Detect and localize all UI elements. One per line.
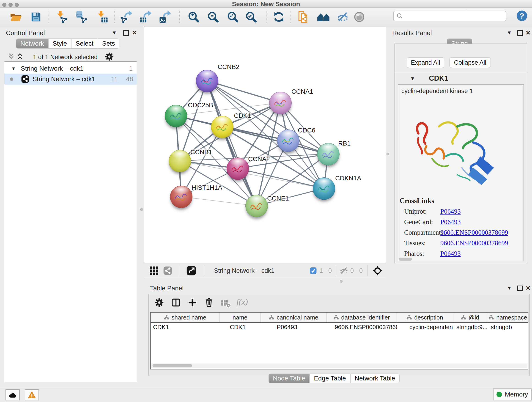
crosslink-value-link[interactable]: P06493: [440, 250, 461, 257]
network-options-gear-icon[interactable]: [105, 52, 114, 62]
warnings-button[interactable]: [25, 389, 39, 400]
import-network-file-button[interactable]: [55, 10, 68, 24]
zoom-out-button[interactable]: [206, 10, 220, 24]
graph-node-CCNB2[interactable]: [196, 70, 218, 92]
control-panel-close-icon[interactable]: ✕: [132, 29, 137, 36]
cdk1-collapse-icon[interactable]: ▼: [410, 76, 415, 82]
delete-column-trash-icon[interactable]: [204, 298, 214, 308]
birdseye-grid-icon[interactable]: [149, 266, 158, 275]
graph-node-CCNA1[interactable]: [269, 92, 292, 114]
table-panel-float-icon[interactable]: ▼: [507, 285, 512, 291]
graph-node-CCNA2[interactable]: [227, 157, 249, 180]
save-session-button[interactable]: [29, 10, 43, 24]
export-image-button[interactable]: [158, 10, 172, 24]
left-splitter-grip[interactable]: [140, 208, 143, 211]
table-cell[interactable]: stringdb: [487, 323, 529, 332]
table-cell[interactable]: CDK1: [151, 323, 220, 332]
add-column-icon[interactable]: [188, 298, 197, 308]
refresh-view-button[interactable]: [272, 10, 285, 24]
column-header--id[interactable]: @id: [453, 313, 487, 322]
export-network-button[interactable]: [120, 10, 133, 24]
crosslink-value-link[interactable]: 9606.ENSP00000378699: [440, 239, 508, 247]
column-header-shared-name[interactable]: shared name: [151, 313, 220, 322]
column-header-namespace[interactable]: namespace: [487, 313, 529, 322]
tab-network[interactable]: Network: [16, 38, 48, 49]
horizontal-splitter-grip[interactable]: [340, 280, 342, 283]
tab-node-table[interactable]: Node Table: [268, 374, 310, 383]
status-bar: Memory: [0, 387, 532, 402]
collapse-all-button[interactable]: Collapse All: [450, 57, 491, 68]
graph-node-CDC6[interactable]: [277, 129, 299, 152]
crosslink-value-link[interactable]: P06493: [440, 208, 461, 215]
graph-node-RB1[interactable]: [317, 143, 340, 166]
column-header-name[interactable]: name: [220, 313, 261, 322]
table-hscroll-thumb[interactable]: [152, 364, 192, 367]
table-cell[interactable]: stringdb:9...: [453, 323, 487, 332]
search-input[interactable]: [403, 12, 500, 20]
fit-selected-crosshair-icon[interactable]: [373, 266, 383, 276]
string-app-icon: [21, 75, 29, 83]
results-panel-maximize-icon[interactable]: [517, 30, 523, 36]
column-header-description[interactable]: description: [397, 313, 453, 322]
graph-node-CCNE1[interactable]: [245, 195, 268, 217]
tab-select[interactable]: Select: [71, 38, 98, 49]
table-cell[interactable]: CDK1: [220, 323, 261, 332]
tab-network-table[interactable]: Network Table: [350, 374, 399, 383]
expand-all-networks-icon[interactable]: [17, 53, 23, 61]
tab-sets[interactable]: Sets: [98, 38, 119, 49]
collection-row[interactable]: ▼ String Network – cdk1 1: [4, 64, 137, 74]
search-box[interactable]: [393, 11, 506, 21]
string-homes-button[interactable]: [317, 10, 330, 24]
zoom-fit-button[interactable]: [226, 10, 239, 24]
results-panel-float-icon[interactable]: ▼: [507, 30, 512, 36]
zoom-in-button[interactable]: [187, 10, 200, 24]
table-panel-close-icon[interactable]: ✕: [526, 285, 531, 292]
control-panel-float-icon[interactable]: ▼: [112, 30, 117, 36]
graph-node-CDKN1A[interactable]: [313, 177, 335, 200]
table-options-gear-icon[interactable]: [155, 298, 164, 308]
open-session-button[interactable]: [9, 10, 23, 24]
string-network-badge-icon[interactable]: [163, 266, 172, 275]
export-table-button[interactable]: [139, 10, 152, 24]
table-cell[interactable]: P06493: [261, 323, 327, 332]
hide-selected-eye-slash-button[interactable]: [336, 10, 349, 24]
network-row-selected[interactable]: String Network – cdk1 11 48: [4, 74, 137, 85]
open-in-window-icon[interactable]: [186, 266, 196, 276]
selected-checkbox-icon[interactable]: [310, 267, 317, 274]
help-button[interactable]: ?: [517, 11, 527, 21]
hidden-eye-slash-icon[interactable]: [340, 267, 348, 275]
table-cell[interactable]: cyclin-dependent ...: [397, 323, 453, 332]
table-hscroll-track[interactable]: [151, 364, 527, 368]
results-panel-close-icon[interactable]: ✕: [526, 29, 531, 36]
crosslink-label: Uniprot:: [404, 208, 427, 215]
show-columns-icon[interactable]: [171, 298, 181, 308]
graph-node-CCNB1[interactable]: [169, 150, 191, 172]
memory-button[interactable]: Memory: [493, 389, 532, 400]
import-table-file-button[interactable]: [95, 10, 109, 24]
tab-style[interactable]: Style: [48, 38, 71, 49]
graph-node-CDK1[interactable]: [211, 116, 234, 138]
protein-scribble-icon: [281, 135, 296, 146]
import-network-database-button[interactable]: [74, 10, 88, 24]
table-panel-maximize-icon[interactable]: [517, 286, 523, 291]
column-header-canonical-name[interactable]: canonical name: [261, 313, 327, 322]
expand-all-button[interactable]: Expand All: [407, 57, 444, 68]
column-header-database-identifier[interactable]: database identifier: [327, 313, 397, 322]
crosslink-value-link[interactable]: 9606.ENSP00000378699: [440, 229, 508, 236]
collection-expand-icon[interactable]: ▼: [11, 66, 16, 71]
collapse-all-networks-icon[interactable]: [8, 53, 15, 61]
show-eye-button[interactable]: [353, 10, 366, 24]
results-scrollbar-thumb[interactable]: [399, 258, 412, 261]
zoom-selected-button[interactable]: [244, 10, 258, 24]
warning-icon: [28, 391, 36, 399]
table-cell[interactable]: 9606.ENSP00000378699: [327, 323, 397, 332]
network-canvas[interactable]: CCNB2CCNA1CDC25BCDK1CDC6RB1CCNB1CCNA2CDK…: [144, 27, 386, 263]
tab-edge-table[interactable]: Edge Table: [310, 374, 350, 383]
cloud-button[interactable]: [6, 389, 20, 400]
crosslink-value-link[interactable]: P06493: [440, 218, 461, 226]
copy-share-document-button[interactable]: [297, 10, 310, 24]
right-splitter-grip[interactable]: [386, 153, 389, 155]
graph-node-CDC25B[interactable]: [165, 105, 187, 127]
graph-node-HIST1H1A[interactable]: [170, 186, 192, 208]
control-panel-maximize-icon[interactable]: [123, 30, 129, 36]
